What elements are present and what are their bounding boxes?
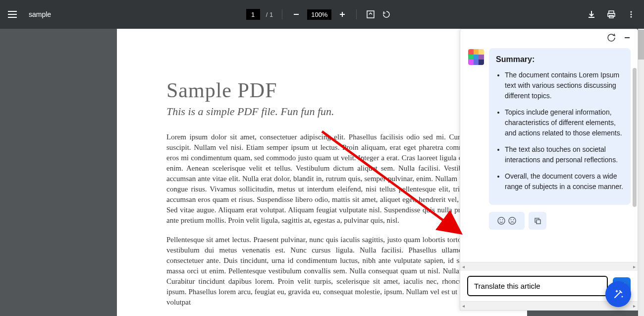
frown-icon (508, 216, 517, 225)
assistant-logo-icon (468, 49, 484, 65)
summary-heading: Summary: (496, 55, 624, 64)
pdf-paragraph: Lorem ipsum dolor sit amet, consectetuer… (166, 132, 478, 226)
smile-icon (497, 216, 506, 225)
summary-list: The document contains Lorem Ipsum text w… (496, 70, 624, 192)
more-options-icon[interactable] (626, 9, 636, 19)
minimize-icon[interactable] (624, 34, 631, 43)
feedback-buttons[interactable] (489, 212, 525, 230)
rotate-icon[interactable] (381, 9, 391, 19)
main-scrollbar[interactable] (638, 29, 644, 316)
summary-point: Topics include general information, char… (505, 107, 624, 138)
sidebar-hscroll[interactable]: ◂▸ (460, 262, 638, 271)
svg-point-5 (631, 14, 632, 15)
menu-icon[interactable] (8, 11, 17, 18)
copy-button[interactable] (529, 212, 546, 230)
page-number-input[interactable] (246, 9, 260, 20)
ai-assistant-sidebar: Summary: The document contains Lorem Ips… (460, 29, 638, 311)
fit-to-page-icon[interactable] (366, 9, 376, 19)
refresh-icon[interactable] (607, 33, 616, 44)
summary-point: Overall, the document covers a wide rang… (505, 171, 624, 192)
svg-point-4 (631, 11, 632, 13)
zoom-out-icon[interactable] (291, 9, 301, 19)
pdf-title: Sample PDF (166, 78, 478, 102)
svg-rect-0 (367, 11, 374, 18)
summary-card: Summary: The document contains Lorem Ips… (489, 48, 631, 205)
zoom-in-icon[interactable] (337, 9, 347, 19)
copy-icon (534, 217, 541, 225)
pdf-subtitle: This is a simple PDF file. Fun fun fun. (166, 105, 478, 118)
magic-wand-fab[interactable] (605, 281, 631, 307)
summary-point: The text also touches on societal intera… (505, 144, 624, 165)
magic-wand-icon (612, 288, 624, 300)
svg-rect-14 (537, 220, 540, 224)
chat-input[interactable] (467, 276, 608, 296)
print-icon[interactable] (606, 9, 616, 19)
document-title: sample (29, 10, 51, 18)
svg-point-8 (500, 219, 501, 220)
svg-point-12 (513, 219, 514, 220)
zoom-level-display[interactable]: 100% (307, 9, 331, 20)
summary-point: The document contains Lorem Ipsum text w… (505, 70, 624, 101)
toolbar-divider (356, 9, 357, 19)
page-total-label: / 1 (266, 11, 273, 18)
svg-point-6 (631, 16, 632, 18)
svg-point-10 (509, 217, 516, 224)
svg-point-9 (502, 219, 503, 220)
pdf-toolbar: sample / 1 100% (0, 0, 644, 29)
svg-point-7 (498, 217, 505, 224)
pdf-paragraph: Pellentesque sit amet lectus. Praesent p… (166, 235, 478, 308)
svg-point-11 (511, 219, 512, 220)
sidebar-scrollbar[interactable] (633, 68, 637, 234)
toolbar-divider (282, 9, 282, 19)
svg-rect-2 (608, 13, 615, 16)
download-icon[interactable] (587, 9, 596, 19)
